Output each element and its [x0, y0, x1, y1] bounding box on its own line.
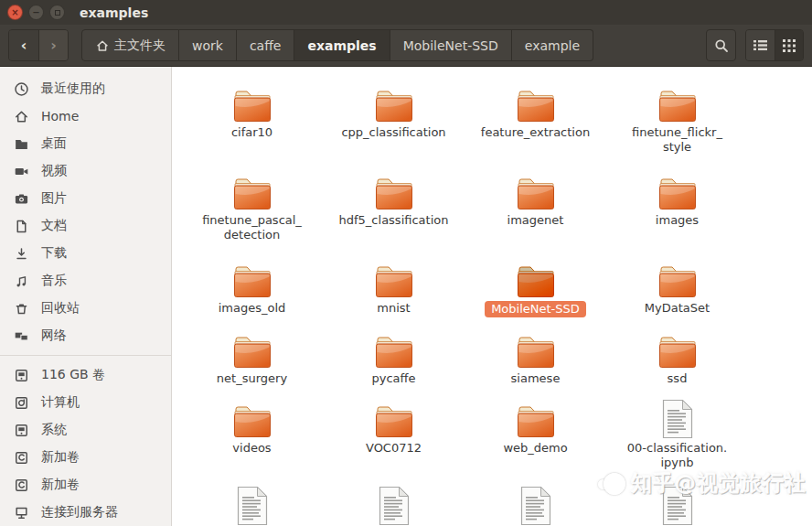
sidebar-item-label: 最近使用的 [41, 81, 105, 97]
hard-drive-icon [14, 368, 29, 383]
network-icon [14, 328, 29, 344]
folder-icon [372, 80, 416, 123]
sidebar-item-label: 回收站 [41, 300, 80, 317]
file-row: images_old mnist MobileNet-SSD MyDataSet [181, 252, 812, 322]
back-button[interactable]: ‹ [9, 30, 38, 60]
folder-icon [372, 175, 416, 211]
file-item-hdf5_classification[interactable]: hdf5_classification [323, 164, 465, 252]
file-row: net_surgery pycaffe siamese ssd [181, 322, 812, 392]
file-item-cpp_classification[interactable]: cpp_classification [323, 76, 465, 164]
forward-button[interactable]: › [38, 30, 68, 60]
sidebar-item-连接到服务器[interactable]: 连接到服务器 [0, 499, 171, 526]
file-label: siamese [511, 371, 561, 386]
file-item-mnist[interactable]: mnist [323, 252, 465, 322]
folder-icon [514, 333, 558, 370]
file-item-web_demo[interactable]: web_demo [465, 392, 606, 478]
file-label: ssd [668, 371, 688, 386]
breadcrumb-MobileNet-SSD[interactable]: MobileNet-SSD [390, 29, 512, 61]
file-item-siamese[interactable]: siamese [465, 322, 606, 392]
sidebar-item-label: 连接到服务器 [41, 504, 118, 521]
sidebar-item-label: 116 GB 卷 [41, 367, 105, 383]
folder-icon [656, 263, 700, 299]
file-item-ssd[interactable]: ssd [606, 322, 748, 392]
file-item-cifar10[interactable]: cifar10 [181, 76, 323, 164]
sidebar-item-label: 下载 [41, 245, 67, 262]
file-item-VOC0712[interactable]: VOC0712 [323, 392, 465, 478]
sidebar-item-Home[interactable]: Home [0, 102, 171, 130]
file-label: images_old [219, 301, 286, 316]
sidebar-item-新加卷[interactable]: 新加卷 [0, 471, 171, 499]
file-row: videos VOC0712 web_demo 00-classificatio… [181, 392, 812, 478]
minimize-button[interactable]: − [28, 5, 44, 20]
breadcrumb: 主文件夹workcaffeexamplesMobileNet-SSDexampl… [81, 29, 593, 61]
sidebar-item-桌面[interactable]: 桌面 [0, 130, 171, 157]
file-item-pycaffe[interactable]: pycaffe [323, 322, 465, 392]
file-manager-window: × − examples ‹ › 主文件夹workcaffeexamplesMo… [0, 0, 812, 526]
maximize-button[interactable] [49, 5, 65, 20]
sidebar-item-回收站[interactable]: 回收站 [0, 295, 171, 322]
sidebar-item-系统[interactable]: 系统 [0, 416, 171, 444]
sidebar-item-视频[interactable]: 视频 [0, 157, 171, 185]
sidebar-item-116 GB 卷[interactable]: 116 GB 卷 [0, 361, 171, 389]
file-item-finetune_pascal_detection[interactable]: finetune_pascal_ detection [181, 164, 323, 252]
file-item-feature_extraction[interactable]: feature_extraction [465, 76, 606, 164]
file-item-images_old[interactable]: images_old [181, 252, 323, 322]
breadcrumb-主文件夹[interactable]: 主文件夹 [81, 29, 179, 61]
hard-drive-icon [14, 423, 29, 438]
sidebar: 最近使用的Home桌面视频图片文档下载音乐回收站网络116 GB 卷计算机系统新… [0, 67, 172, 526]
document-file-icon [237, 486, 268, 526]
close-button[interactable]: × [7, 5, 23, 20]
sidebar-item-下载[interactable]: 下载 [0, 240, 171, 267]
sidebar-divider [0, 355, 171, 356]
breadcrumb-work[interactable]: work [179, 29, 237, 61]
sidebar-item-图片[interactable]: 图片 [0, 185, 171, 212]
document-file-icon [662, 482, 693, 526]
file-item-net_surgery[interactable]: net_surgery [181, 322, 323, 392]
document-file-icon [520, 486, 551, 526]
volume-drive-icon [14, 478, 29, 493]
file-item-CMakeLists.txt[interactable]: CMakeLists.txt [606, 478, 748, 526]
folder-icon [372, 255, 416, 299]
breadcrumb-label: example [525, 38, 580, 53]
folder-icon [514, 175, 558, 211]
folder-icon [372, 326, 416, 370]
sidebar-item-计算机[interactable]: 计算机 [0, 389, 171, 416]
file-item-02-fine-tuning[interactable]: 02-fine-tuning [323, 478, 465, 526]
folder-icon [656, 80, 700, 123]
folder-icon [230, 255, 274, 299]
file-label: finetune_flickr_ style [632, 125, 722, 155]
sidebar-item-新加卷[interactable]: 新加卷 [0, 444, 171, 471]
breadcrumb-example[interactable]: example [512, 29, 593, 61]
file-item-videos[interactable]: videos [181, 392, 323, 478]
document-file-icon [662, 395, 693, 439]
file-item-images[interactable]: images [606, 164, 748, 252]
breadcrumb-caffe[interactable]: caffe [237, 29, 295, 61]
file-label: videos [232, 441, 271, 456]
search-icon [714, 38, 729, 53]
breadcrumb-label: work [192, 38, 223, 53]
sidebar-item-网络[interactable]: 网络 [0, 322, 171, 349]
sidebar-item-文档[interactable]: 文档 [0, 212, 171, 240]
grid-view-button[interactable] [775, 30, 803, 60]
list-view-button[interactable] [746, 30, 775, 60]
sidebar-item-最近使用的[interactable]: 最近使用的 [0, 75, 171, 102]
file-label: VOC0712 [366, 441, 422, 456]
file-label: finetune_pascal_ detection [202, 213, 302, 242]
folder-icon [514, 395, 558, 439]
volume-drive-icon [14, 450, 29, 466]
file-label: images [656, 213, 699, 228]
file-item-MyDataSet[interactable]: MyDataSet [606, 252, 748, 322]
file-item-brewing-logreg[interactable]: brewing-logreg [465, 478, 606, 526]
file-item-MobileNet-SSD[interactable]: MobileNet-SSD [465, 252, 606, 322]
home-icon [95, 38, 110, 53]
sidebar-item-音乐[interactable]: 音乐 [0, 267, 171, 295]
file-item-finetune_flickr_style[interactable]: finetune_flickr_ style [606, 76, 748, 164]
file-label: net_surgery [217, 371, 287, 386]
folder-icon [372, 167, 416, 211]
sidebar-item-label: 音乐 [41, 273, 67, 289]
breadcrumb-examples[interactable]: examples [294, 29, 390, 61]
file-item-imagenet[interactable]: imagenet [465, 164, 606, 252]
search-button[interactable] [706, 29, 736, 61]
file-item-01-learning-lenet[interactable]: 01-learning-lenet [181, 478, 323, 526]
file-item-00-classification.ipynb[interactable]: 00-classification. ipynb [606, 392, 748, 478]
